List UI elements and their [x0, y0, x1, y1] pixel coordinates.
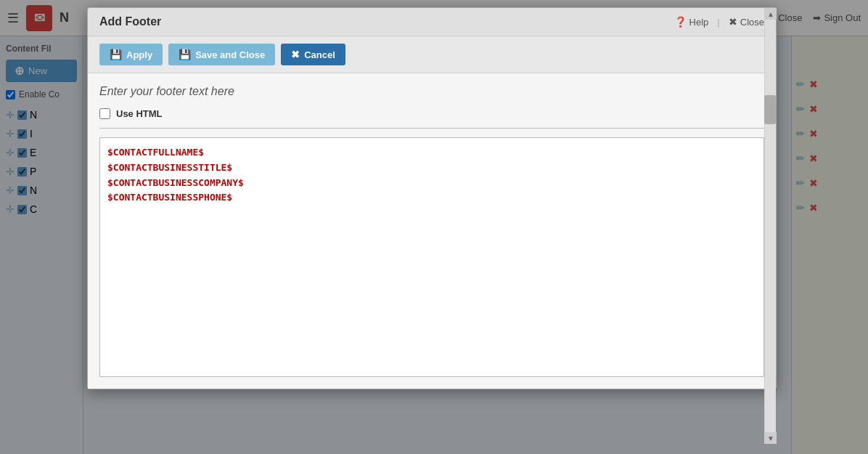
scroll-up-arrow[interactable]: ▲ [765, 8, 777, 20]
footer-placeholder-text: Enter your footer text here [99, 85, 764, 98]
cancel-x-icon: ✖ [291, 49, 300, 60]
help-icon: ❓ [674, 16, 687, 28]
add-footer-modal: ▲ ▼ Add Footer ❓ Help | ✖ Close 💾 Apply … [87, 7, 777, 389]
footer-editor-area: $CONTACTFULLNAME$ $CONTACTBUSINESSTITLE$… [99, 137, 764, 377]
apply-button[interactable]: 💾 Apply [99, 44, 163, 65]
modal-help-link[interactable]: ❓ Help [674, 16, 709, 28]
modal-close-link[interactable]: ✖ Close [729, 16, 764, 28]
save-close-button[interactable]: 💾 Save and Close [168, 44, 275, 65]
cancel-button[interactable]: ✖ Cancel [281, 44, 345, 65]
modal-header: Add Footer ❓ Help | ✖ Close [88, 8, 776, 36]
use-html-row: Use HTML [99, 108, 764, 119]
divider [99, 128, 764, 129]
save-close-disk-icon: 💾 [179, 49, 191, 60]
modal-header-actions: ❓ Help | ✖ Close [674, 16, 764, 28]
modal-close-icon: ✖ [729, 16, 737, 28]
save-disk-icon: 💾 [110, 49, 122, 60]
modal-body: Enter your footer text here Use HTML $CO… [88, 73, 776, 389]
modal-toolbar: 💾 Apply 💾 Save and Close ✖ Cancel [88, 36, 776, 73]
scroll-down-arrow[interactable]: ▼ [765, 432, 777, 444]
use-html-checkbox[interactable] [99, 108, 110, 119]
scrollbar-thumb[interactable] [764, 95, 776, 124]
modal-scrollbar[interactable]: ▲ ▼ [764, 8, 776, 444]
modal-title: Add Footer [99, 15, 161, 28]
use-html-label: Use HTML [116, 108, 163, 119]
header-separator: | [717, 17, 719, 28]
